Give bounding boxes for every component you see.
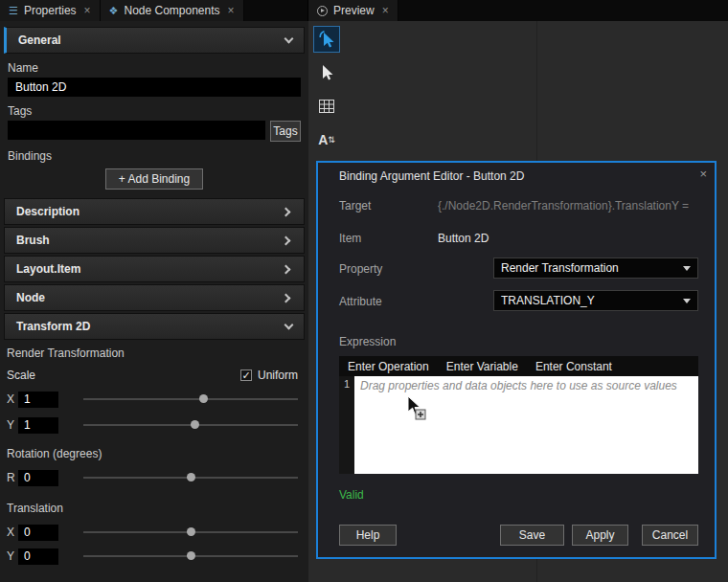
uniform-checkbox[interactable]: ✓ <box>240 369 252 381</box>
translation-x-slider[interactable] <box>83 524 298 541</box>
translation-x-input[interactable] <box>18 525 58 541</box>
section-brush-label: Brush <box>16 234 50 247</box>
tags-label: Tags <box>8 104 301 118</box>
tab-node-components[interactable]: ❖ Node Components × <box>101 0 244 21</box>
rotation-label: Rotation (degrees) <box>7 447 302 460</box>
properties-list-icon: ☰ <box>9 6 18 16</box>
item-value: Button 2D <box>438 232 489 245</box>
tab-properties[interactable]: ☰ Properties × <box>0 0 101 21</box>
render-transformation-label: Render Transformation <box>7 347 302 360</box>
tags-button[interactable]: Tags <box>270 121 301 142</box>
chevron-down-icon <box>284 34 294 44</box>
help-button[interactable]: Help <box>339 525 397 546</box>
enter-constant-button[interactable]: Enter Constant <box>535 360 612 373</box>
chevron-down-icon <box>683 266 691 271</box>
section-description[interactable]: Description <box>4 198 305 225</box>
tab-properties-label: Properties <box>24 4 77 17</box>
cancel-button[interactable]: Cancel <box>642 525 698 546</box>
scale-x-slider[interactable] <box>83 391 298 408</box>
slider-handle[interactable] <box>187 551 195 560</box>
chevron-down-icon <box>284 321 294 330</box>
node-components-icon: ❖ <box>109 6 119 16</box>
section-node[interactable]: Node <box>4 284 305 311</box>
name-input[interactable] <box>8 78 301 97</box>
section-layout-item-label: Layout.Item <box>16 262 80 276</box>
text-tool-button[interactable]: A⇅ <box>313 126 340 153</box>
translation-x-axis-label: X <box>7 526 16 539</box>
section-transform-2d-label: Transform 2D <box>16 320 90 333</box>
close-icon[interactable]: × <box>382 4 389 17</box>
slider-handle[interactable] <box>187 473 195 481</box>
target-label: Target <box>339 199 371 213</box>
property-dropdown[interactable]: Render Transformation <box>493 257 698 279</box>
close-icon[interactable]: × <box>228 4 235 17</box>
text-tool-icon: A⇅ <box>318 133 335 146</box>
chevron-down-icon <box>683 299 691 303</box>
section-general-label: General <box>18 34 61 47</box>
line-number-gutter: 1 <box>339 376 354 474</box>
slider-handle[interactable] <box>187 527 195 536</box>
translation-y-axis-label: Y <box>7 549 16 563</box>
target-value: {./Node2D.RenderTransformation}.Translat… <box>438 199 689 213</box>
attribute-dropdown-value: TRANSLATION_Y <box>501 294 595 307</box>
translation-y-input[interactable] <box>18 548 58 565</box>
tab-node-components-label: Node Components <box>124 4 219 17</box>
rotation-r-slider[interactable] <box>83 469 298 486</box>
expression-label: Expression <box>339 335 396 348</box>
preview-toolbar: A⇅ <box>313 26 340 153</box>
add-binding-button[interactable]: + Add Binding <box>105 168 203 190</box>
close-icon[interactable]: × <box>84 4 91 17</box>
scale-label: Scale <box>7 369 35 382</box>
attribute-dropdown[interactable]: TRANSLATION_Y <box>493 290 698 311</box>
chevron-right-icon <box>282 207 291 216</box>
tags-input[interactable] <box>8 121 265 140</box>
save-button[interactable]: Save <box>500 525 564 546</box>
translation-label: Translation <box>7 502 302 515</box>
translation-y-slider[interactable] <box>83 548 298 565</box>
scale-x-input[interactable] <box>18 392 58 408</box>
expression-editor[interactable]: Drag properties and data objects here to… <box>354 376 698 474</box>
section-node-label: Node <box>16 291 45 304</box>
section-transform-2d[interactable]: Transform 2D <box>4 313 305 340</box>
property-dropdown-value: Render Transformation <box>501 261 619 275</box>
bindings-label: Bindings <box>8 149 301 163</box>
scale-y-input[interactable] <box>18 417 58 434</box>
editor-placeholder-text: Drag properties and data objects here to… <box>360 379 693 392</box>
item-label: Item <box>339 232 361 245</box>
rotation-r-input[interactable] <box>18 470 58 486</box>
chevron-right-icon <box>282 264 291 274</box>
section-general[interactable]: General <box>4 27 305 54</box>
drag-drop-cursor-icon <box>404 395 427 420</box>
section-brush[interactable]: Brush <box>4 227 305 254</box>
section-description-label: Description <box>16 205 80 218</box>
slider-handle[interactable] <box>191 420 199 429</box>
slider-track <box>83 398 298 400</box>
binding-argument-editor-dialog: Binding Argument Editor - Button 2D × Ta… <box>316 161 717 559</box>
select-tool-button[interactable] <box>313 59 340 86</box>
uniform-label: Uniform <box>258 369 298 382</box>
chevron-right-icon <box>282 235 291 245</box>
grid-tool-button[interactable] <box>313 93 340 120</box>
interaction-tool-button[interactable] <box>313 26 340 53</box>
scale-y-axis-label: Y <box>7 418 16 432</box>
name-label: Name <box>8 61 301 75</box>
enter-operation-button[interactable]: Enter Operation <box>348 360 429 373</box>
property-label: Property <box>339 262 382 276</box>
scale-x-axis-label: X <box>7 392 16 406</box>
grid-icon <box>319 100 334 113</box>
properties-panel: General Name Tags Tags Bindings + Add Bi… <box>0 21 308 582</box>
section-layout-item[interactable]: Layout.Item <box>4 256 305 282</box>
top-tab-bar: ☰ Properties × ❖ Node Components × Previ… <box>0 0 728 21</box>
status-valid: Valid <box>339 488 364 502</box>
click-pointer-icon <box>317 29 336 50</box>
apply-button[interactable]: Apply <box>572 525 628 546</box>
dialog-close-icon[interactable]: × <box>699 167 707 181</box>
attribute-label: Attribute <box>339 295 382 308</box>
enter-variable-button[interactable]: Enter Variable <box>446 360 518 373</box>
dialog-title: Binding Argument Editor - Button 2D <box>339 169 524 183</box>
expression-toolbar: Enter Operation Enter Variable Enter Con… <box>339 356 698 376</box>
tab-preview[interactable]: Preview × <box>308 0 398 21</box>
rotation-r-axis-label: R <box>7 471 16 484</box>
scale-y-slider[interactable] <box>83 416 298 434</box>
slider-handle[interactable] <box>199 394 208 403</box>
